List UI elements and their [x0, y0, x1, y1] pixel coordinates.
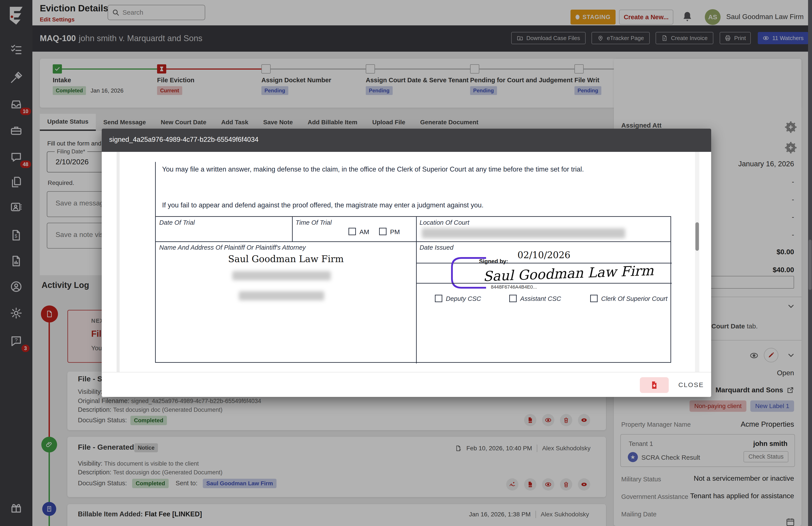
row-divider [156, 241, 670, 242]
clerk-label: Clerk Of Superior Court [601, 295, 667, 302]
signature-id: 8448F6746A4B4E0... [491, 284, 537, 290]
modal-title: signed_4a25a976-4989-4c77-b22b-65549f6f4… [109, 136, 259, 144]
plaintiff-address-redacted [239, 291, 324, 300]
plaintiff-address-redacted [232, 271, 331, 280]
plaintiff-label: Name And Address Of Plaintiff Or Plainti… [159, 244, 306, 251]
docusign-bracket-icon [449, 256, 488, 289]
clerk-checkbox[interactable] [590, 295, 598, 302]
pm-checkbox[interactable] [379, 228, 387, 235]
doc-left-rule [155, 162, 156, 216]
doc-paragraph-1: You may file a written answer, making de… [162, 163, 672, 175]
am-label: AM [359, 228, 369, 236]
location-of-court-label: Location Of Court [420, 219, 469, 226]
date-of-trial-label: Date Of Trial [159, 219, 195, 226]
am-checkbox[interactable] [348, 228, 356, 235]
time-of-trial-label: Time Of Trial [295, 219, 332, 226]
close-button[interactable]: CLOSE [678, 372, 704, 397]
modal-footer: CLOSE [102, 372, 711, 397]
col-divider [416, 217, 417, 364]
document-scrollbar-thumb[interactable] [695, 222, 699, 251]
assistant-csc-checkbox[interactable] [509, 295, 517, 302]
signature-text: Saul Goodman Law Firm [483, 262, 654, 284]
screen: 10 48 $ ? 3 [0, 0, 812, 526]
pm-label: PM [390, 228, 400, 236]
col-divider [292, 217, 293, 241]
page-edge [117, 152, 120, 372]
document-preview-modal: signed_4a25a976-4989-4c77-b22b-65549f6f4… [102, 129, 711, 397]
document-scrollbar-track[interactable] [695, 152, 699, 372]
doc-table: Date Of Trial Time Of Trial AM PM Locati… [155, 216, 671, 363]
doc-paragraph-2: If you fail to appear and defend against… [162, 201, 672, 209]
document-viewer: You may file a written answer, making de… [102, 152, 711, 372]
file-download-icon [650, 381, 659, 389]
deputy-csc-label: Deputy CSC [446, 295, 481, 302]
deputy-csc-checkbox[interactable] [435, 295, 442, 302]
assistant-csc-label: Assistant CSC [520, 295, 561, 302]
plaintiff-name: Saul Goodman Law Firm [156, 254, 416, 264]
signature-box-bottom [416, 283, 672, 284]
download-pdf-button[interactable] [640, 377, 669, 393]
location-redacted [422, 228, 625, 238]
modal-header: signed_4a25a976-4989-4c77-b22b-65549f6f4… [102, 129, 711, 152]
